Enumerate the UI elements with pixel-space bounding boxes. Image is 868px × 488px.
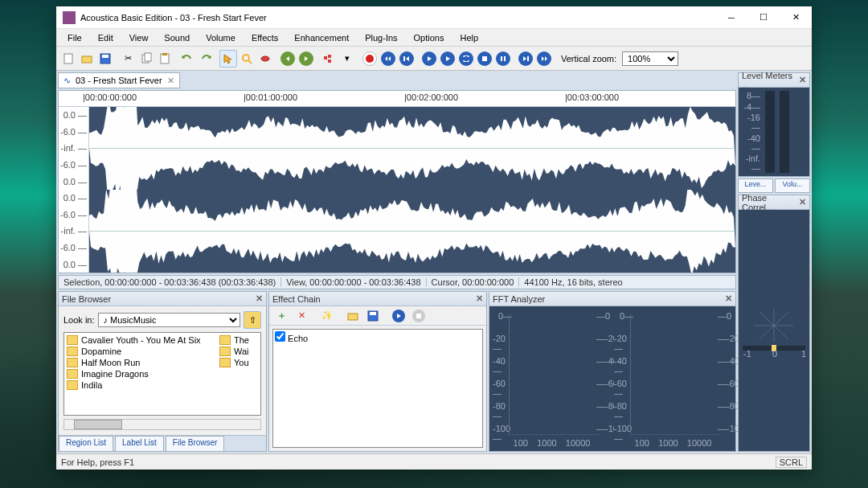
folder-item[interactable]: Wai [219,346,250,357]
redo-button[interactable] [197,50,215,68]
close-panel-icon[interactable]: ✕ [256,293,263,304]
file-list[interactable]: Cavalier Youth - You Me At SixDopamineHa… [63,332,261,416]
tab-region-list[interactable]: Region List [59,436,113,451]
svg-rect-17 [504,56,506,61]
document-tab-label: 03 - Fresh Start Fever [76,76,162,85]
next-button[interactable] [297,50,315,68]
fast-fwd-button[interactable] [535,50,553,68]
file-browser-tabs: Region ListLabel ListFile Browser [59,435,266,451]
folder-item[interactable]: Half Moon Run [66,357,219,368]
minimize-button[interactable]: ─ [715,6,747,29]
zoom-selection-dropdown[interactable]: ▾ [338,50,356,68]
waveform-editor[interactable]: |00:00:00:000|00:01:00:000|00:02:00:000|… [58,90,736,273]
tab-label-list[interactable]: Label List [115,436,164,451]
vertical-zoom-select[interactable]: 100% [622,51,678,66]
open-chain-button[interactable] [344,307,362,325]
play-loop-button[interactable] [439,50,457,68]
edit-effect-button[interactable]: ✨ [318,307,336,325]
play-button[interactable] [420,50,438,68]
menu-plug-ins[interactable]: Plug-Ins [357,31,405,44]
side-tab[interactable]: Leve... [738,178,773,193]
folder-icon [67,380,78,390]
menu-sound[interactable]: Sound [156,31,198,44]
close-panel-icon[interactable]: ✕ [476,293,483,304]
add-effect-button[interactable]: ＋ [272,307,290,325]
zoom-selection-button[interactable] [320,50,338,68]
maximize-button[interactable]: ☐ [747,6,780,29]
pause-button[interactable] [494,50,512,68]
tab-file-browser[interactable]: File Browser [166,436,225,451]
close-panel-icon[interactable]: ✕ [799,197,806,207]
skip-back-button[interactable] [398,50,416,68]
effect-chain-title: Effect Chain [272,294,321,304]
menu-enhancement[interactable]: Enhancement [286,31,357,44]
folder-icon [67,358,78,367]
folder-item[interactable]: The [219,334,250,346]
undo-button[interactable] [178,50,196,68]
wave-icon: ∿ [63,76,71,86]
app-window: Acoustica Basic Edition - 03 - Fresh Sta… [56,6,812,470]
close-button[interactable]: ✕ [780,6,812,29]
waveform-channel-right[interactable] [89,190,735,273]
stop-button[interactable] [476,50,493,68]
menu-effects[interactable]: Effects [244,31,286,44]
effect-label: Echo [288,334,308,343]
loop-button[interactable] [457,50,475,68]
zoom-tool-button[interactable] [238,50,256,68]
timeline[interactable]: |00:00:00:000|00:01:00:000|00:02:00:000|… [59,91,735,107]
record-button[interactable] [361,50,379,68]
close-panel-icon[interactable]: ✕ [725,293,732,304]
folder-icon [67,369,78,379]
horizontal-scrollbar[interactable] [63,419,261,430]
svg-rect-5 [145,53,151,61]
skip-fwd-button[interactable] [517,50,534,68]
fft-title: FFT Analyzer [493,294,545,304]
record-icon [366,55,374,63]
amplitude-scale-right: 0.0 —-6.0 —-inf. —-6.0 —0.0 — [59,190,89,273]
copy-button[interactable] [137,50,155,68]
scrub-tool-button[interactable] [256,50,274,68]
close-panel-icon[interactable]: ✕ [799,75,806,85]
cursor-tool-button[interactable] [219,50,237,68]
folder-item[interactable]: Indila [66,379,219,391]
document-tab[interactable]: ∿ 03 - Fresh Start Fever ✕ [58,72,180,88]
close-tab-icon[interactable]: ✕ [167,76,174,86]
remove-effect-button[interactable]: ✕ [293,307,310,325]
selection-readout: Selection, 00:00:00:000 - 00:03:36:438 (… [59,277,281,287]
side-tab[interactable]: Volu... [775,178,810,193]
scroll-thumb[interactable] [74,420,122,429]
new-file-button[interactable] [59,50,77,68]
timeline-mark: |00:00:00:000 [83,92,137,102]
paste-button[interactable] [156,50,174,68]
prev-button[interactable] [279,50,297,68]
rewind-button[interactable] [379,50,397,68]
look-in-label: Look in: [63,315,95,325]
menu-help[interactable]: Help [452,31,486,44]
preview-stop-button[interactable] [410,307,428,325]
open-file-button[interactable] [78,50,96,68]
folder-item[interactable]: You [219,357,250,368]
effect-item[interactable]: Echo [275,334,308,343]
save-chain-button[interactable] [364,307,382,325]
menu-volume[interactable]: Volume [198,31,244,44]
cut-button[interactable]: ✂ [119,50,137,68]
folder-item[interactable]: Imagine Dragons [66,368,219,379]
svg-text:1: 1 [801,349,806,359]
effect-list[interactable]: Echo [272,329,483,448]
up-folder-button[interactable]: ⇧ [244,311,261,329]
menu-options[interactable]: Options [406,31,452,44]
menu-view[interactable]: View [121,31,157,44]
folder-item[interactable]: Cavalier Youth - You Me At Six [66,334,219,346]
svg-rect-1 [82,56,92,63]
folder-item[interactable]: Dopamine [66,346,219,357]
menu-file[interactable]: File [59,31,90,44]
folder-icon [219,358,231,367]
svg-text:-1: -1 [743,349,751,359]
skip-back-icon [399,51,414,66]
preview-play-button[interactable] [390,307,407,325]
effect-checkbox[interactable] [275,331,285,342]
save-button[interactable] [96,50,114,68]
waveform-channel-left[interactable] [89,107,735,190]
menu-edit[interactable]: Edit [90,31,121,44]
look-in-select[interactable]: ♪ MusicMusic [98,313,240,327]
